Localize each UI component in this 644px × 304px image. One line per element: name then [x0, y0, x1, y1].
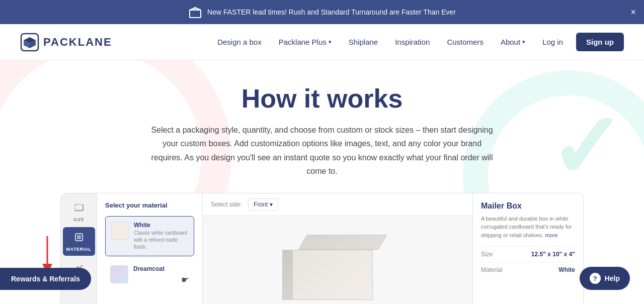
- material-icon: [74, 232, 84, 245]
- material-dreamcoat-info: Dreamcoat: [133, 265, 165, 272]
- sidebar-item-material[interactable]: MATERIAL: [63, 227, 95, 256]
- material-white-info: White Classic white cardboard with a ref…: [134, 222, 189, 251]
- product-title: Mailer Box: [481, 201, 575, 211]
- nav-inspiration[interactable]: Inspiration: [388, 34, 437, 50]
- canvas-toolbar: Select side: Front ▾: [203, 193, 472, 216]
- help-label: Help: [605, 274, 620, 282]
- announcement-text: New FASTER lead times! Rush and Standard…: [207, 8, 456, 16]
- box-top: [298, 235, 387, 250]
- nav-design-a-box[interactable]: Design a box: [210, 34, 269, 50]
- material-dreamcoat-name: Dreamcoat: [133, 265, 165, 272]
- canvas-area: Select side: Front ▾: [203, 193, 472, 304]
- side-selector[interactable]: Front ▾: [248, 198, 278, 211]
- material-white-name: White: [134, 222, 189, 229]
- logo-text: PACKLANE: [43, 36, 112, 49]
- nav-packlane-plus[interactable]: Packlane Plus ▾: [272, 34, 339, 50]
- product-description: A beautiful and durable box in white cor…: [481, 215, 575, 240]
- svg-rect-0: [190, 10, 201, 18]
- box-canvas: [203, 216, 472, 304]
- box-front: [292, 250, 373, 300]
- rewards-referrals-button[interactable]: Rewards & Referrals: [0, 268, 91, 290]
- nav-customers[interactable]: Customers: [440, 34, 491, 50]
- hero-content: How it works Select a packaging style, q…: [20, 84, 624, 178]
- product-more-link[interactable]: more: [545, 232, 557, 238]
- spec-size-value: 12.5" x 10" x 4": [531, 251, 575, 258]
- header: PACKLANE Design a box Packlane Plus ▾ Sh…: [0, 24, 644, 60]
- box-illustration: [282, 230, 393, 300]
- size-icon: [74, 202, 84, 215]
- tool-mockup: SIZE MATERIAL DESIGN Select your materia…: [60, 193, 584, 304]
- spec-material-value: White: [558, 266, 575, 273]
- packlane-plus-chevron-icon: ▾: [329, 39, 332, 45]
- spec-size-label: Size: [481, 251, 493, 258]
- svg-rect-7: [77, 235, 81, 239]
- spec-row-size: Size 12.5" x 10" x 4": [481, 246, 575, 262]
- select-side-label: Select side:: [211, 201, 242, 208]
- svg-rect-3: [75, 205, 83, 211]
- box-icon: [188, 5, 202, 19]
- main-nav: Design a box Packlane Plus ▾ Shiplane In…: [210, 33, 624, 51]
- sidebar-item-size[interactable]: SIZE: [63, 197, 95, 226]
- material-panel: Select your material White Classic white…: [97, 193, 203, 304]
- material-label: MATERIAL: [66, 247, 92, 252]
- size-label: SIZE: [73, 217, 84, 222]
- svg-point-8: [77, 266, 78, 267]
- white-swatch: [111, 222, 129, 240]
- logo-icon: [20, 33, 39, 52]
- nav-shiplane[interactable]: Shiplane: [342, 34, 385, 50]
- announcement-bar: New FASTER lead times! Rush and Standard…: [0, 0, 644, 24]
- signup-button[interactable]: Sign up: [576, 33, 624, 51]
- product-info-panel: Mailer Box A beautiful and durable box i…: [472, 193, 583, 304]
- dreamcoat-swatch: [110, 265, 128, 283]
- cursor-hand-icon: ☛: [181, 275, 189, 285]
- hero-section: ✓ How it works Select a packaging style,…: [0, 60, 644, 193]
- side-chevron-icon: ▾: [270, 201, 273, 208]
- material-white-desc: Classic white cardboard with a refined m…: [134, 230, 189, 251]
- spec-material-label: Material: [481, 266, 503, 273]
- spec-row-material: Material White: [481, 262, 575, 277]
- help-button[interactable]: ? Help: [580, 267, 630, 290]
- login-link[interactable]: Log in: [535, 34, 570, 50]
- announcement-close-button[interactable]: ×: [630, 8, 636, 17]
- hero-description: Select a packaging style, quantity, and …: [146, 123, 498, 178]
- material-panel-title: Select your material: [105, 201, 194, 209]
- about-chevron-icon: ▾: [522, 39, 525, 45]
- logo[interactable]: PACKLANE: [20, 33, 112, 52]
- nav-about[interactable]: About ▾: [494, 34, 532, 50]
- material-option-white[interactable]: White Classic white cardboard with a ref…: [105, 216, 194, 256]
- hero-title: How it works: [20, 84, 624, 113]
- side-value: Front: [254, 201, 268, 208]
- help-icon: ?: [590, 273, 601, 284]
